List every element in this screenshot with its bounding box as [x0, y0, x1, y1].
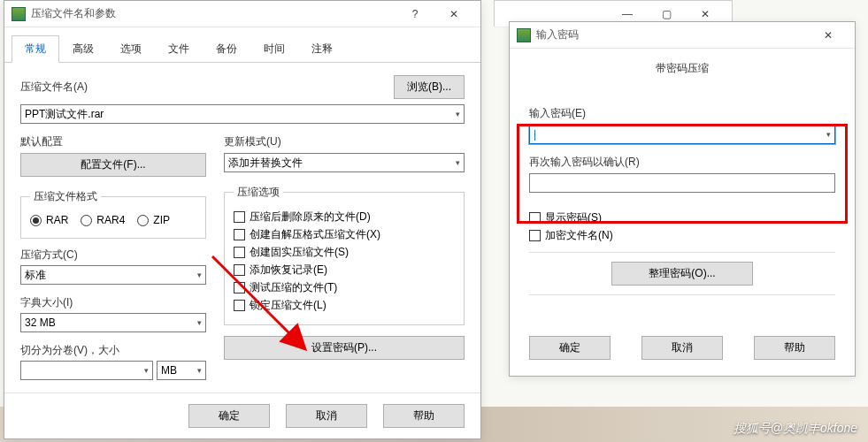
chevron-down-icon: ▾ [197, 318, 202, 327]
options-legend: 压缩选项 [234, 185, 283, 200]
confirm-password-label: 再次输入密码以确认(R) [529, 155, 835, 170]
dict-select[interactable]: 32 MB▾ [20, 313, 206, 332]
chevron-down-icon: ▾ [456, 158, 460, 167]
help-title-icon[interactable]: ? [396, 2, 434, 27]
format-rar[interactable]: RAR [30, 214, 68, 226]
checkbox-icon [234, 300, 245, 311]
tab-files[interactable]: 文件 [155, 35, 203, 63]
tab-general[interactable]: 常规 [12, 35, 59, 63]
options-fieldset: 压缩选项 压缩后删除原来的文件(D) 创建自解压格式压缩文件(X) 创建固实压缩… [224, 185, 465, 325]
chevron-down-icon: ▾ [456, 110, 460, 118]
password-value: | [534, 128, 536, 141]
tab-advanced[interactable]: 高级 [59, 35, 107, 63]
checkbox-icon [234, 229, 245, 240]
pw-subtitle: 带密码压缩 [510, 49, 855, 88]
enter-password-label: 输入密码(E) [529, 106, 835, 121]
main-title: 压缩文件名和参数 [31, 6, 396, 21]
radio-icon [81, 215, 92, 226]
watermark-text: 搜狐号@奥凯丰okfone [734, 421, 857, 437]
opt-lock[interactable]: 锁定压缩文件(L) [234, 298, 455, 313]
password-input[interactable]: | ▾ [529, 125, 835, 144]
pw-help-button[interactable]: 帮助 [754, 336, 835, 360]
method-label: 压缩方式(C) [20, 248, 206, 263]
split-size-input[interactable]: ▾ [20, 361, 153, 380]
chevron-down-icon: ▾ [144, 366, 149, 375]
help-button[interactable]: 帮助 [383, 404, 465, 428]
chevron-down-icon: ▾ [197, 271, 202, 279]
format-zip[interactable]: ZIP [137, 214, 170, 226]
pw-cancel-button[interactable]: 取消 [641, 336, 723, 360]
opt-solid[interactable]: 创建固实压缩文件(S) [234, 245, 455, 260]
tab-time[interactable]: 时间 [250, 35, 298, 63]
configure-button[interactable]: 配置文件(F)... [20, 153, 206, 177]
checkbox-icon [234, 211, 245, 223]
checkbox-icon [529, 230, 541, 241]
main-titlebar: 压缩文件名和参数 ? ✕ [4, 1, 480, 27]
radio-icon [137, 215, 149, 226]
pw-ok-button[interactable]: 确定 [529, 336, 611, 360]
ok-button[interactable]: 确定 [188, 404, 270, 428]
checkbox-icon [234, 264, 245, 276]
set-password-button[interactable]: 设置密码(P)... [224, 336, 465, 360]
format-fieldset: 压缩文件格式 RAR RAR4 ZIP [20, 189, 206, 239]
password-dialog: 输入密码 ✕ 带密码压缩 输入密码(E) | ▾ 再次输入密码以确认(R) 显示… [509, 21, 856, 377]
radio-icon [30, 215, 42, 226]
checkbox-icon [234, 247, 245, 258]
main-dialog: 压缩文件名和参数 ? ✕ 常规 高级 选项 文件 备份 时间 注释 压缩文件名(… [4, 0, 481, 439]
cancel-button[interactable]: 取消 [286, 404, 367, 428]
show-password-checkbox[interactable]: 显示密码(S) [529, 210, 835, 225]
close-icon[interactable]: ✕ [434, 2, 473, 27]
confirm-password-input[interactable] [529, 173, 835, 193]
opt-test[interactable]: 测试压缩的文件(T) [234, 280, 455, 295]
pw-footer: 确定 取消 帮助 [510, 325, 855, 376]
pw-titlebar: 输入密码 ✕ [510, 22, 855, 49]
split-unit-select[interactable]: MB▾ [157, 361, 206, 380]
main-footer: 确定 取消 帮助 [4, 392, 480, 438]
checkbox-icon [529, 212, 541, 224]
default-profile-label: 默认配置 [20, 134, 206, 149]
update-mode-select[interactable]: 添加并替换文件▾ [224, 153, 465, 172]
format-legend: 压缩文件格式 [30, 189, 101, 204]
encrypt-names-checkbox[interactable]: 加密文件名(N) [529, 228, 835, 243]
close-icon[interactable]: ✕ [809, 23, 848, 48]
checkbox-icon [234, 282, 245, 293]
tab-comment[interactable]: 注释 [298, 35, 346, 63]
chevron-down-icon: ▾ [826, 130, 831, 139]
tab-options[interactable]: 选项 [107, 35, 155, 63]
opt-recovery[interactable]: 添加恢复记录(E) [234, 263, 455, 278]
archive-name-value: PPT测试文件.rar [25, 107, 104, 122]
app-icon [12, 7, 26, 21]
chevron-down-icon: ▾ [197, 366, 202, 375]
pw-title: 输入密码 [536, 27, 809, 42]
method-select[interactable]: 标准▾ [20, 265, 206, 285]
update-mode-label: 更新模式(U) [224, 134, 465, 149]
tab-bar: 常规 高级 选项 文件 备份 时间 注释 [4, 27, 480, 63]
split-label: 切分为分卷(V)，大小 [20, 343, 206, 358]
tab-backup[interactable]: 备份 [203, 35, 250, 63]
opt-delete-after[interactable]: 压缩后删除原来的文件(D) [234, 210, 455, 225]
organize-passwords-button[interactable]: 整理密码(O)... [611, 262, 753, 286]
format-rar4[interactable]: RAR4 [81, 214, 125, 226]
archive-name-label: 压缩文件名(A) [20, 80, 387, 95]
browse-button[interactable]: 浏览(B)... [394, 75, 465, 99]
archive-name-input[interactable]: PPT测试文件.rar ▾ [20, 104, 465, 124]
dict-label: 字典大小(I) [20, 295, 206, 310]
app-icon [517, 28, 531, 42]
opt-sfx[interactable]: 创建自解压格式压缩文件(X) [234, 227, 455, 242]
